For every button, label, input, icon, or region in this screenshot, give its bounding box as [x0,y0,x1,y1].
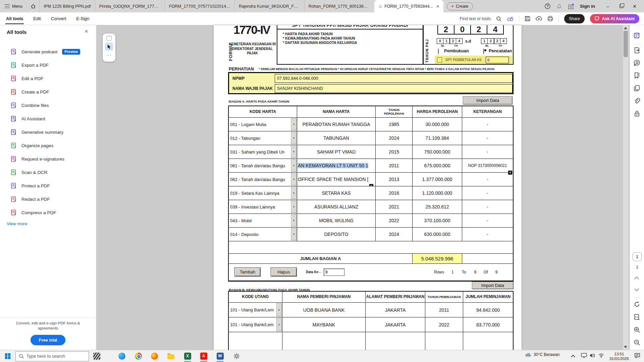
ask-ai-assistant-button[interactable]: Ask AI Assistant [590,14,639,23]
sidebar-tool-item[interactable]: Redact a PDF [0,192,96,206]
zoom-in-icon[interactable] [633,326,641,334]
free-trial-button[interactable]: Free trial [31,335,65,345]
page-fit-icon[interactable]: 1:1 [633,313,641,321]
scroll-down-arrow[interactable] [624,346,627,348]
kode-harta-cell[interactable]: 043 - Mobil ▼ [229,214,297,228]
harga-perolehan-cell[interactable]: 370.100.000 [413,214,462,228]
document-scrollbar[interactable] [623,25,629,350]
help-icon[interactable]: ? [545,3,550,9]
taskbar-app-edge[interactable] [118,352,126,360]
app-grid-icon[interactable] [568,3,574,9]
sidebar-tool-item[interactable]: Combine files [0,99,96,112]
protection-lock-icon[interactable] [633,110,641,117]
import-data-a-button[interactable]: Import Data [463,96,513,105]
nama-harta-cell[interactable]: DEPOSITO [297,228,376,241]
dropdown-button[interactable]: ▼ [291,215,297,227]
panel-close-icon[interactable]: × [85,28,88,35]
toolbar-nav-tab[interactable]: E-Sign [75,13,90,24]
annotation-plus-marker[interactable]: + [508,171,512,175]
view-more-link[interactable]: View more [7,221,27,226]
dropdown-button[interactable]: ▼ [291,132,297,144]
sidebar-tool-item[interactable]: Compress a PDF [0,206,96,219]
harga-perolehan-cell[interactable]: 25.320.612 [413,200,462,214]
annotation-plus-marker[interactable]: + [369,184,373,186]
kode-harta-cell[interactable]: 061 - Tanah dan/atau Bangu ▼ [229,159,297,173]
document-tab[interactable]: FORM_1770S_07577102201400... [165,0,234,12]
taskbar-app-zebra[interactable] [93,352,101,360]
sidebar-tool-item[interactable]: Protect a PDF [0,179,96,192]
tahun-perolehan-cell[interactable]: 2015 [376,145,413,159]
harga-perolehan-cell[interactable]: 30.000.000 [413,118,462,131]
harga-perolehan-cell[interactable]: 750.000.000 [413,145,462,159]
nama-harta-cell[interactable]: ASURANSI ALLIANZ [297,200,376,214]
star-icon[interactable]: ☆ [378,4,383,9]
generative-summary-icon[interactable] [633,32,641,39]
sidebar-tool-item[interactable]: Generate podcast Preview [0,45,96,58]
toolbar-nav-tab[interactable]: Convert [50,13,67,24]
dropdown-button[interactable]: ▼ [291,118,297,130]
close-window-button[interactable]: × [628,0,641,12]
export-pdf-icon[interactable] [633,47,641,54]
share-button[interactable]: Share [564,14,585,23]
taskbar-app-settings[interactable] [232,352,240,360]
keterangan-cell[interactable]: - [462,118,513,131]
nama-harta-cell[interactable]: AN KEMAYORAN LT 5 UNIT 50 1 [297,159,376,173]
tahun-perolehan-cell[interactable]: 2016 [376,186,413,200]
tambah-button[interactable]: Tambah [234,267,261,277]
keterangan-cell[interactable]: - [462,200,513,214]
spt-checkbox[interactable] [437,57,442,62]
nama-harta-cell[interactable]: OFFICE SPACE THE MANSION [ + [297,173,376,186]
document-tab[interactable]: ☆ FORM_1770_07592844... × [374,0,443,12]
keterangan-cell[interactable]: - [462,186,513,200]
zoom-out-icon[interactable] [633,339,641,346]
toolbar-nav-tab[interactable]: All tools [5,13,24,24]
search-icon[interactable] [496,16,501,21]
selection-box-icon[interactable] [106,36,112,41]
kode-harta-cell[interactable]: 019 - Setara Kas Lainnya ▼ [229,186,297,200]
dropdown-button[interactable]: ▼ [291,173,297,185]
kode-harta-cell[interactable]: 039 - Investasi Lainnya ▼ [229,200,297,214]
alamat-pemberi-cell[interactable]: JAKARTA [366,303,425,317]
tahun-peminjaman-cell[interactable]: 2022 [425,317,463,332]
more-options-icon[interactable]: ··· [106,53,112,58]
kode-harta-cell[interactable]: 031 - Saham yang Dibeli Un ▼ [229,145,297,159]
taskbar-app-acrobat[interactable]: A [200,352,208,360]
keterangan-cell[interactable]: - [462,228,513,241]
taskbar-app-firefox[interactable] [150,352,158,360]
keterangan-cell[interactable]: - [462,214,513,228]
keterangan-cell[interactable]: - [462,131,513,145]
alamat-pemberi-cell[interactable]: JAKARTA [366,317,425,332]
kode-harta-cell[interactable]: 062 - Tanah dan/atau Bangu ▼ [229,173,297,186]
kode-harta-cell[interactable]: 014 - Deposito ▼ [229,228,297,241]
kode-utang-cell[interactable]: 101 - Utang Bank/Lem ▼ [229,303,282,317]
taskbar-app-chrome[interactable] [134,352,142,360]
tahun-perolehan-cell[interactable]: 2022 [376,214,413,228]
sidebar-tool-item[interactable]: Generative summary [0,125,96,139]
spt-input[interactable] [486,57,509,63]
sidebar-tool-item[interactable]: AI Assistant [0,112,96,125]
jumlah-peminjaman-cell[interactable]: 83.770.000 [463,317,513,332]
dropdown-button[interactable]: ▼ [276,303,282,316]
pointer-tool-button[interactable] [105,43,113,51]
scrollbar-thumb[interactable] [624,31,628,57]
document-tab[interactable]: Prinita_0JOQNX_FORM_1770_4... [95,0,165,12]
dropdown-button[interactable]: ▼ [291,201,297,213]
pencatatan-radio[interactable] [483,48,484,55]
page-thumbnails-icon[interactable] [633,84,641,92]
nama-harta-cell[interactable]: SAHAM PT VMAD [297,145,376,159]
keterangan-cell[interactable]: NOP 3173050006021 + [462,159,513,173]
sidebar-tool-item[interactable]: Scan & OCR [0,166,96,179]
nama-harta-cell[interactable]: SETARA KAS [297,186,376,200]
taskbar-weather[interactable]: 30°C Berawan [525,352,560,357]
taskbar-clock[interactable]: 13:51 31/01/2026 [608,352,631,361]
taskbar-search[interactable]: Type here to search [15,351,89,361]
dropdown-button[interactable]: ▼ [276,318,282,331]
data-ke-input[interactable] [324,268,344,276]
nama-harta-cell[interactable]: PERABOTAN RUMAH TANGGA [297,118,376,131]
tahun-perolehan-cell[interactable]: 1985 [376,118,413,131]
notifications-bell-icon[interactable] [556,3,562,9]
tahun-perolehan-cell[interactable]: 2011 [376,159,413,173]
rotate-refresh-icon[interactable] [633,301,641,308]
sidebar-tool-item[interactable]: Organize pages [0,139,96,152]
scroll-up-arrow[interactable] [624,27,627,29]
